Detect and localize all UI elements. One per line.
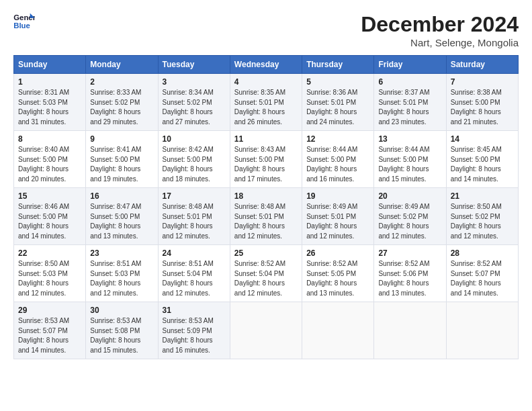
day-number: 12 (306, 134, 369, 144)
col-header-thursday: Thursday (302, 56, 374, 74)
day-info: Sunrise: 8:38 AMSunset: 5:00 PMDaylight:… (451, 88, 514, 127)
calendar-cell: 16Sunrise: 8:47 AMSunset: 5:00 PMDayligh… (86, 188, 158, 245)
calendar-cell: 26Sunrise: 8:52 AMSunset: 5:05 PMDayligh… (302, 245, 374, 302)
day-number: 27 (378, 248, 441, 258)
day-info: Sunrise: 8:41 AMSunset: 5:00 PMDaylight:… (90, 145, 153, 184)
day-number: 22 (18, 248, 81, 258)
calendar-cell: 9Sunrise: 8:41 AMSunset: 5:00 PMDaylight… (86, 131, 158, 188)
day-info: Sunrise: 8:49 AMSunset: 5:01 PMDaylight:… (306, 202, 369, 241)
day-number: 1 (18, 77, 81, 87)
day-number: 10 (163, 134, 226, 144)
day-info: Sunrise: 8:44 AMSunset: 5:00 PMDaylight:… (378, 145, 441, 184)
day-number: 16 (90, 191, 153, 201)
day-number: 28 (451, 248, 514, 258)
calendar-cell: 20Sunrise: 8:49 AMSunset: 5:02 PMDayligh… (374, 188, 446, 245)
calendar-cell (446, 302, 518, 359)
day-info: Sunrise: 8:47 AMSunset: 5:00 PMDaylight:… (90, 202, 153, 241)
calendar-cell: 18Sunrise: 8:48 AMSunset: 5:01 PMDayligh… (230, 188, 302, 245)
title-block: December 2024 Nart, Selenge, Mongolia (361, 12, 519, 48)
day-info: Sunrise: 8:53 AMSunset: 5:09 PMDaylight:… (163, 316, 226, 355)
day-number: 17 (163, 191, 226, 201)
week-row-2: 8Sunrise: 8:40 AMSunset: 5:00 PMDaylight… (14, 131, 519, 188)
day-number: 19 (306, 191, 369, 201)
calendar-cell: 28Sunrise: 8:52 AMSunset: 5:07 PMDayligh… (446, 245, 518, 302)
calendar-cell: 30Sunrise: 8:53 AMSunset: 5:08 PMDayligh… (86, 302, 158, 359)
calendar-cell: 2Sunrise: 8:33 AMSunset: 5:02 PMDaylight… (86, 74, 158, 131)
page-container: General Blue December 2024 Nart, Selenge… (0, 0, 532, 366)
calendar-cell: 7Sunrise: 8:38 AMSunset: 5:00 PMDaylight… (446, 74, 518, 131)
day-number: 21 (451, 191, 514, 201)
day-number: 14 (451, 134, 514, 144)
day-number: 25 (234, 248, 298, 258)
calendar-cell: 4Sunrise: 8:35 AMSunset: 5:01 PMDaylight… (230, 74, 302, 131)
calendar-cell: 13Sunrise: 8:44 AMSunset: 5:00 PMDayligh… (374, 131, 446, 188)
day-number: 20 (378, 191, 441, 201)
day-info: Sunrise: 8:53 AMSunset: 5:08 PMDaylight:… (90, 316, 153, 355)
day-info: Sunrise: 8:43 AMSunset: 5:00 PMDaylight:… (234, 145, 298, 184)
logo: General Blue (13, 12, 35, 31)
calendar-cell: 19Sunrise: 8:49 AMSunset: 5:01 PMDayligh… (302, 188, 374, 245)
calendar-cell: 25Sunrise: 8:52 AMSunset: 5:04 PMDayligh… (230, 245, 302, 302)
day-number: 3 (163, 77, 226, 87)
day-info: Sunrise: 8:48 AMSunset: 5:01 PMDaylight:… (234, 202, 298, 241)
day-info: Sunrise: 8:50 AMSunset: 5:02 PMDaylight:… (451, 202, 514, 241)
week-row-4: 22Sunrise: 8:50 AMSunset: 5:03 PMDayligh… (14, 245, 519, 302)
calendar-cell: 15Sunrise: 8:46 AMSunset: 5:00 PMDayligh… (14, 188, 86, 245)
calendar-cell: 29Sunrise: 8:53 AMSunset: 5:07 PMDayligh… (14, 302, 86, 359)
day-number: 2 (90, 77, 153, 87)
day-info: Sunrise: 8:50 AMSunset: 5:03 PMDaylight:… (18, 259, 81, 298)
calendar-cell: 3Sunrise: 8:34 AMSunset: 5:02 PMDaylight… (158, 74, 230, 131)
calendar-cell: 14Sunrise: 8:45 AMSunset: 5:00 PMDayligh… (446, 131, 518, 188)
day-number: 23 (90, 248, 153, 258)
day-info: Sunrise: 8:31 AMSunset: 5:03 PMDaylight:… (18, 88, 81, 127)
day-number: 5 (306, 77, 369, 87)
day-info: Sunrise: 8:51 AMSunset: 5:04 PMDaylight:… (163, 259, 226, 298)
day-number: 13 (378, 134, 441, 144)
day-number: 26 (306, 248, 369, 258)
day-number: 24 (163, 248, 226, 258)
day-number: 15 (18, 191, 81, 201)
calendar-cell: 8Sunrise: 8:40 AMSunset: 5:00 PMDaylight… (14, 131, 86, 188)
day-info: Sunrise: 8:52 AMSunset: 5:04 PMDaylight:… (234, 259, 298, 298)
day-info: Sunrise: 8:53 AMSunset: 5:07 PMDaylight:… (18, 316, 81, 355)
col-header-friday: Friday (374, 56, 446, 74)
day-info: Sunrise: 8:34 AMSunset: 5:02 PMDaylight:… (163, 88, 226, 127)
day-info: Sunrise: 8:51 AMSunset: 5:03 PMDaylight:… (90, 259, 153, 298)
calendar-cell: 1Sunrise: 8:31 AMSunset: 5:03 PMDaylight… (14, 74, 86, 131)
calendar-table: SundayMondayTuesdayWednesdayThursdayFrid… (13, 55, 519, 359)
day-number: 9 (90, 134, 153, 144)
main-title: December 2024 (361, 12, 519, 37)
header: General Blue December 2024 Nart, Selenge… (13, 12, 519, 48)
col-header-saturday: Saturday (446, 56, 518, 74)
day-info: Sunrise: 8:37 AMSunset: 5:01 PMDaylight:… (378, 88, 441, 127)
week-row-1: 1Sunrise: 8:31 AMSunset: 5:03 PMDaylight… (14, 74, 519, 131)
day-info: Sunrise: 8:52 AMSunset: 5:05 PMDaylight:… (306, 259, 369, 298)
calendar-body: 1Sunrise: 8:31 AMSunset: 5:03 PMDaylight… (14, 74, 519, 359)
day-number: 11 (234, 134, 298, 144)
day-number: 30 (90, 306, 153, 315)
svg-text:Blue: Blue (13, 21, 30, 30)
calendar-cell: 22Sunrise: 8:50 AMSunset: 5:03 PMDayligh… (14, 245, 86, 302)
day-info: Sunrise: 8:52 AMSunset: 5:07 PMDaylight:… (451, 259, 514, 298)
day-info: Sunrise: 8:52 AMSunset: 5:06 PMDaylight:… (378, 259, 441, 298)
col-header-sunday: Sunday (14, 56, 86, 74)
day-info: Sunrise: 8:48 AMSunset: 5:01 PMDaylight:… (163, 202, 226, 241)
calendar-cell: 12Sunrise: 8:44 AMSunset: 5:00 PMDayligh… (302, 131, 374, 188)
calendar-cell: 27Sunrise: 8:52 AMSunset: 5:06 PMDayligh… (374, 245, 446, 302)
day-number: 8 (18, 134, 81, 144)
calendar-cell: 5Sunrise: 8:36 AMSunset: 5:01 PMDaylight… (302, 74, 374, 131)
calendar-header: SundayMondayTuesdayWednesdayThursdayFrid… (14, 56, 519, 74)
calendar-cell: 17Sunrise: 8:48 AMSunset: 5:01 PMDayligh… (158, 188, 230, 245)
calendar-cell (230, 302, 302, 359)
day-info: Sunrise: 8:33 AMSunset: 5:02 PMDaylight:… (90, 88, 153, 127)
header-row: SundayMondayTuesdayWednesdayThursdayFrid… (14, 56, 519, 74)
day-number: 29 (18, 306, 81, 315)
calendar-cell: 24Sunrise: 8:51 AMSunset: 5:04 PMDayligh… (158, 245, 230, 302)
day-info: Sunrise: 8:35 AMSunset: 5:01 PMDaylight:… (234, 88, 298, 127)
day-number: 7 (451, 77, 514, 87)
calendar-cell: 11Sunrise: 8:43 AMSunset: 5:00 PMDayligh… (230, 131, 302, 188)
day-number: 6 (378, 77, 441, 87)
col-header-wednesday: Wednesday (230, 56, 302, 74)
day-number: 31 (163, 306, 226, 315)
subtitle: Nart, Selenge, Mongolia (361, 37, 519, 48)
